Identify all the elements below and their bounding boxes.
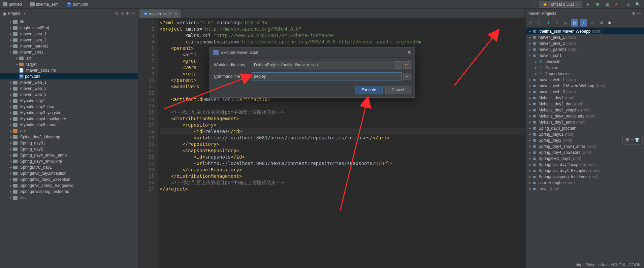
dialog-titlebar[interactable]: Execute Maven Goal ✕ (210, 47, 415, 58)
project-tree-item[interactable]: ▶target (0, 61, 138, 67)
run-button[interactable] (584, 1, 592, 8)
debug-button[interactable]: ⬢ (594, 1, 601, 8)
generate-sources-button[interactable]: ⬡ (536, 19, 543, 27)
maven-tree-item[interactable]: ▶mSpringmvc_day3_Exception (root) (526, 168, 644, 174)
run-config-combo[interactable]: ⚡ Tomcat 8.5.31 ▼ (539, 1, 582, 8)
maven-tree-item[interactable]: ▶mmaven_java_1 (root) (526, 34, 644, 40)
project-tree-item[interactable]: ▶Springmvc_day2inception (0, 170, 138, 176)
editor-tab[interactable]: m maven_son1 × (139, 9, 181, 18)
download-sources-button[interactable]: ⬇ (545, 19, 552, 27)
project-tree-item[interactable]: ▶Mybatis_day2_dao (0, 104, 138, 110)
maven-tree-item[interactable]: ▶mSping_day3_jdbctem (526, 125, 644, 131)
project-tree-item[interactable]: ▶SpringMVC_day1 (0, 164, 138, 170)
sync-icon[interactable]: ↓↑ (533, 2, 537, 7)
project-tree-item[interactable]: ▶Springmvc_day3_Exception (0, 176, 138, 182)
maven-settings-button[interactable]: ✱ (606, 19, 613, 27)
maven-tree-item[interactable]: ▶mssm_zhenghe (root) (526, 180, 644, 186)
maven-tree-item[interactable]: ▶mSpringMVC_day1 (root) (526, 156, 644, 162)
execute-goal-button[interactable]: ▤ (571, 19, 578, 27)
project-tree-item[interactable]: ▶maven_parent1 (0, 43, 138, 49)
project-tree-item[interactable]: ▶Springmvcspring_testdemo (0, 189, 138, 195)
project-tree-item[interactable]: ▶src (0, 195, 138, 201)
breadcrumb-module[interactable]: itheima_ssm (30, 2, 59, 7)
maven-tree-item[interactable]: ▶mMybatis_day5_anno (root) (526, 119, 644, 125)
cancel-button[interactable]: Cancel (385, 86, 411, 94)
root-hint: (root) (576, 120, 586, 125)
maven-tree-item[interactable]: ▶mmaven_web_1 (root) (526, 77, 644, 83)
scroll-from-source-icon[interactable]: ⊙ (115, 11, 118, 16)
project-tree-item[interactable]: ▶Spring_day01 (0, 140, 138, 146)
project-panel-tools: ⊙ ⇲ ✱ — (115, 11, 135, 16)
maven-tree-item[interactable]: ▶mMybatis_day4_mutilquery (root) (526, 113, 644, 119)
breadcrumb-file[interactable]: mpom.xml (67, 2, 88, 7)
search-everywhere-button[interactable]: 🔍 (634, 1, 641, 8)
project-tree-item[interactable]: ▶Mybatis_day1 (0, 98, 138, 104)
project-tree-item[interactable]: ▼maven_son1 (0, 49, 138, 55)
command-dropdown-button[interactable]: ▼ (403, 73, 411, 80)
ime-indicator[interactable]: 英•👕 (622, 135, 643, 145)
maven-tree-item[interactable]: ▶mMybatis_day3_yingshe (root) (526, 107, 644, 113)
project-tree-item[interactable]: 📄maven_son1.iml (0, 67, 138, 73)
maven-tree-item[interactable]: ▶mmaven_parent1 (root) (526, 46, 644, 53)
maven-tree-item[interactable]: ▶mitheima_ssm Maven Webapp (root) (526, 28, 644, 34)
project-tree-item[interactable]: ▶Login_smallProj (0, 25, 138, 31)
reimport-button[interactable]: ⟳ (527, 19, 535, 27)
project-tree-item[interactable]: ▶Mybatis_day3_yingshe (0, 110, 138, 116)
breadcrumb-root[interactable]: untitled (3, 2, 22, 7)
maven-tree[interactable]: ▶mitheima_ssm Maven Webapp (root)▶mmaven… (526, 28, 644, 268)
collapse-all-icon[interactable]: ⇲ (120, 11, 124, 16)
collapse-all-button[interactable]: ⇲ (597, 19, 605, 27)
maven-tree-item[interactable]: ▶⟳Lifecycle (526, 59, 644, 65)
maven-tree-item[interactable]: ▶mSpring_day4_shiwuxml (root) (526, 149, 644, 156)
maven-tree-item[interactable]: ▶🗀Dependencies (526, 71, 644, 77)
project-tree-item[interactable]: ▶out (0, 128, 138, 134)
tree-arrow-icon: ▶ (528, 114, 532, 118)
project-tree-item[interactable]: ▶lib (0, 19, 138, 25)
toggle-offline-button[interactable]: ⫴ (580, 19, 587, 27)
maven-tree-item[interactable]: ▶mmaven_web_3 (root) (526, 89, 644, 95)
project-tree-item[interactable]: ▶Spring_day4_shiwuxml (0, 158, 138, 164)
project-tree-item[interactable]: ▶Mybatis_day4_mutilquery (0, 116, 138, 122)
maven-tree-item[interactable]: ▼mmaven_son1 (526, 53, 644, 59)
browse-history-button[interactable]: … (394, 61, 402, 69)
add-project-button[interactable]: + (553, 19, 561, 27)
maven-tree-item[interactable]: ▶mMybatis_day1 (root) (526, 95, 644, 101)
project-tree-item[interactable]: ▶Sping_day3_jdbctemp (0, 134, 138, 140)
run-goal-button[interactable]: ▶ (562, 19, 570, 27)
project-tree-item[interactable]: ▶Spring_day2 (0, 146, 138, 152)
coverage-button[interactable]: ▦ (603, 1, 611, 8)
project-tree-item[interactable]: ▶maven_web_3 (0, 92, 138, 98)
maven-tree-item[interactable]: ▶mSpringmvcspring_testdemo (root) (526, 174, 644, 180)
maven-tree-item[interactable]: ▶mmaven_java_2 (root) (526, 40, 644, 46)
settings-gear-icon[interactable]: ✱ (632, 11, 635, 16)
command-line-input[interactable] (252, 72, 402, 80)
show-deps-button[interactable]: ⊕ (588, 19, 596, 27)
close-dialog-button[interactable]: ✕ (407, 49, 411, 56)
hide-panel-icon[interactable]: — (131, 11, 135, 16)
stop-button[interactable]: ■ (613, 1, 620, 8)
settings-gear-icon[interactable]: ✱ (126, 11, 129, 16)
project-tree-item[interactable]: ▶maven_java_2 (0, 37, 138, 43)
maven-tree-item[interactable]: ▶mMybatis_day2_dao (root) (526, 101, 644, 107)
layout-button[interactable]: ⧉ (624, 1, 632, 8)
project-tree-item[interactable]: mpom.xml (0, 73, 138, 79)
maven-tree-item[interactable]: ▶🗀Plugins (526, 65, 644, 71)
project-tree-item[interactable]: ▶maven_java_1 (0, 31, 138, 37)
project-tree[interactable]: ▶lib▶Login_smallProj▶maven_java_1▶maven_… (0, 18, 138, 268)
maven-tree-item[interactable]: ▶mSpringmvc_day2inception (root) (526, 162, 644, 168)
project-tree-item[interactable]: ▶Spring_day4_shiwu_anno (0, 152, 138, 158)
maven-tree-item[interactable]: ▶mtravel (root) (526, 186, 644, 192)
browse-folder-button[interactable]: 🗀 (403, 61, 411, 69)
execute-button[interactable]: Execute (355, 86, 382, 94)
project-tree-item[interactable]: ▶maven_web_2 (0, 86, 138, 92)
project-tree-item[interactable]: ▶Mybatis_day5_anno (0, 122, 138, 128)
hide-panel-icon[interactable]: — (637, 11, 641, 16)
maven-icon: m (532, 96, 537, 100)
maven-tree-item[interactable]: ▶mmaven_web_2 Maven Webapp (root) (526, 83, 644, 89)
project-tree-item[interactable]: ▶maven_web_1 (0, 79, 138, 86)
working-directory-input[interactable] (252, 61, 393, 69)
close-tab-icon[interactable]: × (175, 11, 178, 16)
project-tree-item[interactable]: ▶src (0, 55, 138, 61)
project-tree-item[interactable]: ▶Springmvc_spring_hanguolvqi (0, 182, 138, 189)
project-panel-title[interactable]: ▣ Project ▼ (3, 11, 26, 16)
